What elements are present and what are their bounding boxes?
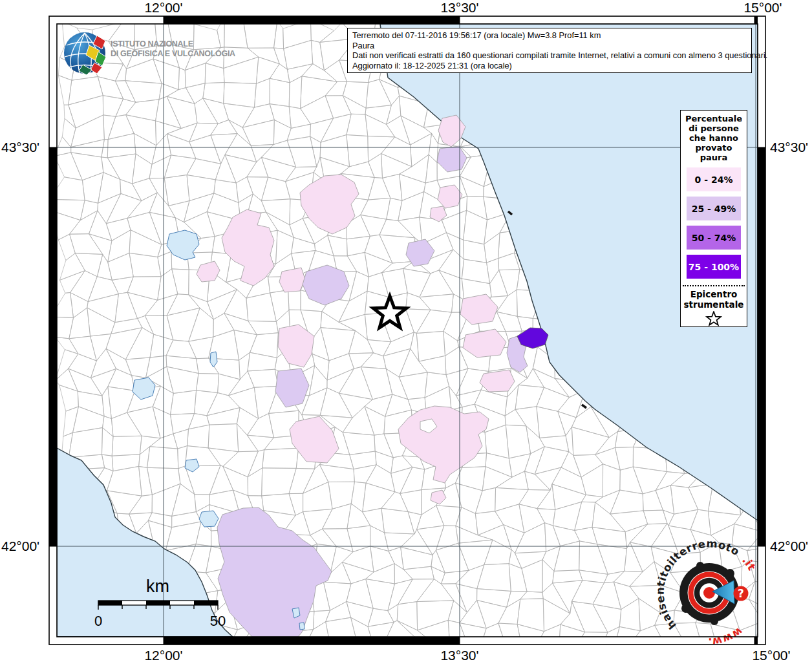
lake-small-3 (299, 623, 304, 630)
legend-class-50-74: 50 - 74% (687, 226, 741, 250)
tick-bottom-15-00: 15°00' (729, 648, 812, 662)
tick-bottom-13-30: 13°30' (418, 648, 502, 662)
tick-right-42-00: 42°00' (770, 539, 808, 554)
legend-epicenter-star-icon (705, 311, 723, 326)
event-info-box: Terremoto del 07-11-2016 19:56:17 (ora l… (347, 28, 752, 73)
tick-bottom-12-00: 12°00' (122, 648, 206, 662)
legend-class-25-49: 25 - 49% (687, 197, 741, 220)
tick-top-13-30: 13°30' (418, 0, 502, 16)
legend-title: Percentuale di persone che hanno provato… (683, 114, 745, 162)
ingv-logo-line1: ISTITUTO NAZIONALE (111, 39, 235, 49)
legend-box: Percentuale di persone che hanno provato… (680, 110, 747, 327)
scale-bar-unit: km (146, 577, 169, 596)
event-update-time: Aggiornato il: 18-12-2025 21:31 (ora loc… (352, 61, 747, 71)
tick-top-12-00: 12°00' (122, 0, 206, 16)
tick-left-42-00: 42°00' (1, 539, 39, 554)
ingv-felt-map: km 0 50 (0, 0, 812, 662)
ingv-logo-text: ISTITUTO NAZIONALE DI GEOFISICA E VULCAN… (111, 39, 235, 59)
tick-right-43-30: 43°30' (770, 140, 808, 155)
legend-class-0-24: 0 - 24% (687, 167, 741, 191)
tick-left-43-30: 43°30' (1, 140, 39, 155)
event-effect: Paura (352, 41, 747, 51)
hsit-question-mark: ? (738, 587, 744, 600)
tick-top-15-00: 15°00' (721, 0, 805, 16)
legend-epicenter-label: Epicentro strumentale (681, 289, 747, 310)
ingv-logo-line2: DI GEOFISICA E VULCANOLOGIA (111, 49, 235, 59)
scale-bar-start: 0 (94, 613, 102, 629)
scale-bar-end: 50 (210, 613, 226, 629)
legend-divider (683, 285, 745, 286)
event-title: Terremoto del 07-11-2016 19:56:17 (ora l… (352, 30, 747, 41)
map-graphic: km 0 50 (0, 0, 812, 662)
legend-class-75-100: 75 - 100% (687, 255, 741, 279)
event-data-note: Dati non verificati estratti da 160 ques… (352, 50, 747, 61)
